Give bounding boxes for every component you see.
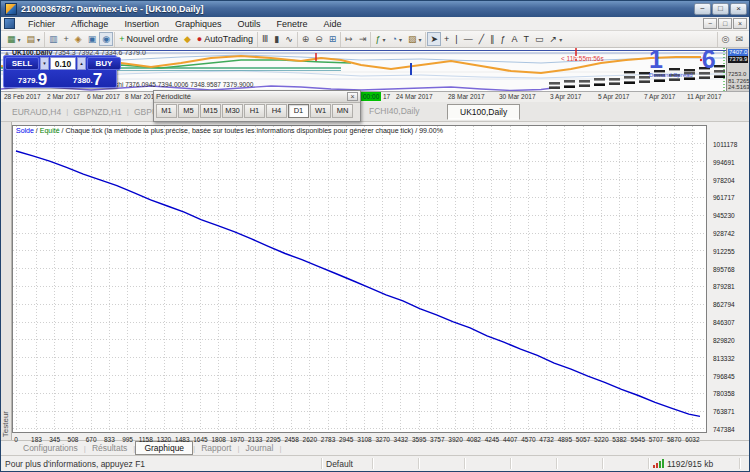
chart-tab-gbpnzd-h1[interactable]: GBPNZD,H1 [68, 107, 127, 117]
menu-fenetre[interactable]: Fenetre [268, 19, 315, 29]
crosshair-button[interactable]: + [441, 32, 452, 46]
periods-button[interactable]: ◔▾ [388, 32, 404, 46]
new-chart-icon: ▦ [7, 33, 16, 45]
toolbar-group: ↦⇥ [340, 32, 370, 47]
horizontal-line-button[interactable]: — [461, 32, 476, 46]
equidistant-channel-button[interactable]: ∥ [487, 32, 498, 46]
navigator-button[interactable]: ◈ [72, 32, 85, 46]
x-axis-label: 3432 [394, 436, 408, 443]
chart-tab-uk100-daily[interactable]: UK100,Daily [447, 104, 520, 120]
market-watch-button[interactable]: ▥ [46, 32, 61, 46]
child-close-button[interactable]: × [733, 18, 747, 29]
timeframe-mn-button[interactable]: MN [332, 104, 353, 118]
data-window-button[interactable]: + [61, 32, 72, 46]
trendline-icon: ╱ [479, 33, 484, 45]
community-button[interactable]: ✉ [732, 32, 746, 46]
buy-price-big-digit: 7 [93, 72, 102, 87]
sell-button[interactable]: SELL [5, 57, 39, 70]
indicators-button[interactable]: ƒ▾ [372, 32, 388, 46]
tester-tab-r-sultats[interactable]: Résultats [86, 443, 133, 453]
timeframe-m30-button[interactable]: M30 [222, 104, 243, 118]
x-axis-label: 508 [68, 436, 79, 443]
metaeditor-button[interactable]: ◆ [181, 32, 194, 46]
text-button[interactable]: A [509, 32, 521, 46]
templates-button[interactable]: ▨▾ [405, 32, 425, 46]
volume-step-down-button[interactable]: ▾ [40, 57, 49, 70]
vertical-line-button[interactable]: | [452, 32, 460, 46]
search-button[interactable]: ◎ [719, 32, 733, 46]
text-label-button[interactable]: T [521, 32, 533, 46]
volume-step-up-button[interactable]: ▴ [77, 57, 86, 70]
timeframe-m15-button[interactable]: M15 [200, 104, 221, 118]
menu-affichage[interactable]: Affichage [63, 19, 116, 29]
equity-curve [13, 126, 706, 432]
timeframe-m1-button[interactable]: M1 [156, 104, 177, 118]
strategy-tester-icon: ◉ [102, 33, 110, 45]
arrows-button[interactable]: ↗▾ [547, 32, 566, 46]
chart-shift-button[interactable]: ⇥ [356, 32, 370, 46]
y-axis-label: 978204 [713, 177, 735, 184]
tester-model-info: / Chaque tick (la méthode la plus précis… [60, 127, 443, 134]
volume-input[interactable] [50, 57, 76, 70]
zoom-in-button[interactable]: ⊕ [299, 32, 313, 46]
autotrading-button[interactable]: ●AutoTrading [194, 32, 256, 46]
profiles-button[interactable]: ▤▾ [24, 32, 44, 46]
line-chart-button[interactable]: ∿ [282, 32, 296, 46]
x-axis-label: 4895 [558, 436, 572, 443]
timeframe-w1-button[interactable]: W1 [310, 104, 331, 118]
shapes-button[interactable]: ▭ [532, 32, 547, 46]
close-button[interactable]: × [730, 3, 747, 15]
maximize-button[interactable]: □ [712, 3, 729, 15]
date-label: 7 Apr 2017 [644, 93, 675, 100]
menu-insertion[interactable]: Insertion [116, 19, 167, 29]
menu-aide[interactable]: Aide [316, 19, 350, 29]
tester-side-strip[interactable]: Testeur [1, 122, 12, 440]
zoom-out-icon: ⊖ [315, 33, 323, 45]
timeframe-h4-button[interactable]: H4 [266, 104, 287, 118]
x-axis-label: 5382 [612, 436, 626, 443]
x-axis-label: 670 [86, 436, 97, 443]
chart-window-icon [4, 18, 15, 29]
minimize-button[interactable]: − [694, 3, 711, 15]
price-scale-label: 7253.0 [728, 71, 746, 78]
fibonacci-button[interactable]: ƒ [498, 32, 509, 46]
new-order-button[interactable]: +Nouvel ordre [116, 32, 181, 46]
terminal-button[interactable]: ▣ [85, 32, 100, 46]
strategy-tester-button[interactable]: ◉ [99, 32, 113, 46]
timeframe-h1-button[interactable]: H1 [244, 104, 265, 118]
toolbar-group: ➤+|—╱∥ƒAT▭↗▾ [425, 32, 566, 47]
chart-tab-fchi40-daily[interactable]: FCHI40,Daily [369, 106, 420, 116]
x-axis-label: 4082 [466, 436, 480, 443]
buy-button[interactable]: BUY [87, 57, 121, 70]
histogram-bar [624, 81, 635, 84]
indicators-icon: ƒ [375, 33, 380, 45]
y-axis-label: 879281 [713, 283, 735, 290]
cursor-button[interactable]: ➤ [427, 32, 441, 46]
trendline-button[interactable]: ╱ [476, 32, 487, 46]
menu-fichier[interactable]: Fichier [20, 19, 63, 29]
timeframe-m5-button[interactable]: M5 [178, 104, 199, 118]
x-axis-label: 345 [49, 436, 60, 443]
menu-graphiques[interactable]: Graphiques [167, 19, 230, 29]
periodicity-title-bar[interactable]: Périodicité × [154, 91, 360, 103]
timeframe-d1-button[interactable]: D1 [288, 104, 309, 118]
menu-outils[interactable]: Outils [229, 19, 268, 29]
tester-tab-journal[interactable]: Journal [240, 443, 280, 453]
status-profile[interactable]: Default [322, 458, 373, 469]
histogram-bar [669, 78, 680, 81]
bar-chart-button[interactable]: Ⅲ [259, 32, 271, 46]
close-icon[interactable]: × [347, 92, 358, 101]
auto-scroll-button[interactable]: ↦ [342, 32, 356, 46]
tester-tab-rapport[interactable]: Rapport [195, 443, 237, 453]
child-maximize-button[interactable]: □ [718, 18, 732, 29]
tester-tab-configurations[interactable]: Configurations [17, 443, 84, 453]
candlestick-chart-button[interactable]: ▮ [271, 32, 282, 46]
histogram-bar [579, 84, 590, 87]
autotrading-label: AutoTrading [204, 34, 253, 44]
chart-tab-euraud-h4[interactable]: EURAUD,H4 [7, 107, 66, 117]
tile-windows-button[interactable]: ⊞ [326, 32, 340, 46]
zoom-out-button[interactable]: ⊖ [312, 32, 326, 46]
child-minimize-button[interactable]: − [703, 18, 717, 29]
new-chart-button[interactable]: ▦▾ [4, 32, 24, 46]
chevron-down-icon: ▾ [382, 36, 385, 43]
